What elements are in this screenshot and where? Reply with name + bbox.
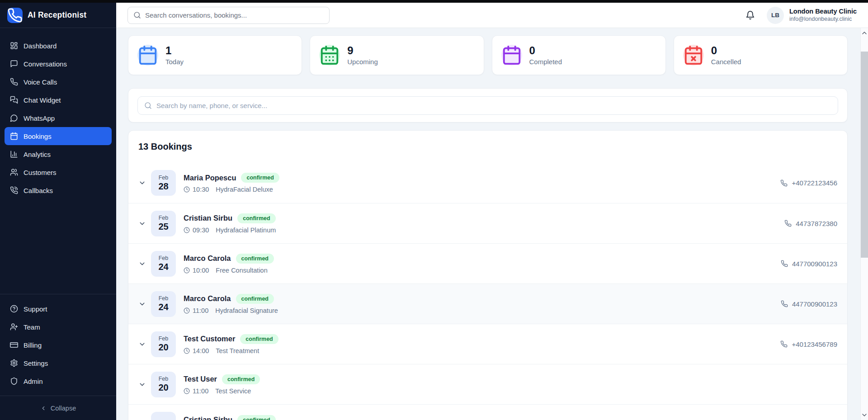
stat-card-today: 1 Today xyxy=(128,35,302,75)
sidebar-item-callbacks[interactable]: Callbacks xyxy=(5,181,112,199)
phone-icon xyxy=(781,260,788,267)
scrollbar[interactable] xyxy=(860,28,868,420)
booking-row[interactable]: Feb 25 Cristian Sirbu confirmed 09:30 xyxy=(128,203,847,243)
calendar-icon xyxy=(501,45,522,66)
bell-icon[interactable] xyxy=(745,10,755,20)
sidebar-spacer xyxy=(0,199,116,294)
dashboard-icon xyxy=(10,42,18,50)
booking-subline: 10:00 Free Consultation xyxy=(184,267,274,274)
clock-icon xyxy=(184,348,190,354)
booking-row[interactable]: Feb 28 Maria Popescu confirmed 10:30 xyxy=(128,163,847,203)
booking-row[interactable]: Feb 20 Test Customer confirmed 14:00 xyxy=(128,324,847,364)
account-name: London Beauty Clinic xyxy=(789,7,857,16)
booking-service: Hydrafacial Platinum xyxy=(216,227,276,234)
search-icon xyxy=(133,11,141,19)
booking-status-badge: confirmed xyxy=(237,415,275,420)
sidebar-item-label: Conversations xyxy=(24,60,67,68)
booking-status-badge: confirmed xyxy=(240,334,278,344)
sidebar-item-team[interactable]: Team xyxy=(5,318,112,336)
booking-phone-number: 44737872380 xyxy=(796,220,837,227)
bookings-card: 13 Bookings Feb 28 Maria Popescu confirm… xyxy=(128,130,848,420)
phone-call-icon xyxy=(10,186,18,194)
sidebar: AI Receptionist Dashboard Conversations … xyxy=(0,0,116,420)
sidebar-item-voice-calls[interactable]: Voice Calls xyxy=(5,73,112,91)
bookings-list: Feb 28 Maria Popescu confirmed 10:30 xyxy=(128,163,847,420)
sidebar-item-label: Admin xyxy=(24,378,43,385)
phone-icon xyxy=(7,8,23,23)
sidebar-item-dashboard[interactable]: Dashboard xyxy=(5,37,112,55)
message-square-icon xyxy=(10,60,18,68)
phone-icon xyxy=(781,300,788,307)
sidebar-item-conversations[interactable]: Conversations xyxy=(5,55,112,73)
sidebar-item-whatsapp[interactable]: WhatsApp xyxy=(5,109,112,127)
booking-subline: 14:00 Test Treatment xyxy=(184,347,278,354)
booking-status-badge: confirmed xyxy=(222,374,260,384)
booking-phone: 447700900123 xyxy=(781,300,837,308)
sidebar-item-label: Chat Widget xyxy=(24,96,61,104)
booking-subline: 11:00 Hydrafacial Signature xyxy=(184,307,278,314)
user-menu[interactable]: LB London Beauty Clinic info@londonbeaut… xyxy=(767,7,857,24)
booking-customer-name: Cristian Sirbu xyxy=(184,214,232,222)
global-search[interactable] xyxy=(127,7,330,24)
booking-month: Feb xyxy=(159,215,169,221)
booking-phone-number: +40722123456 xyxy=(792,179,837,187)
users-icon xyxy=(10,168,18,176)
help-circle-icon xyxy=(10,305,18,313)
stat-value: 9 xyxy=(347,45,378,56)
bookings-search[interactable] xyxy=(137,96,838,115)
chevron-down-icon[interactable] xyxy=(138,179,146,187)
app-title: AI Receptionist xyxy=(28,10,86,20)
booking-date-badge: Feb 20 xyxy=(151,372,176,397)
sidebar-item-settings[interactable]: Settings xyxy=(5,354,112,372)
booking-time: 14:00 xyxy=(193,347,209,354)
stat-label: Cancelled xyxy=(711,58,741,66)
account-email: info@londonbeauty.clinic xyxy=(789,16,857,23)
scroll-thumb[interactable] xyxy=(861,52,868,258)
top-edge-strip xyxy=(0,0,868,3)
booking-customer-name: Test Customer xyxy=(184,335,235,343)
topbar: LB London Beauty Clinic info@londonbeaut… xyxy=(116,3,868,28)
messages-square-icon xyxy=(10,96,18,104)
phone-icon xyxy=(780,179,788,187)
calendar-x-icon xyxy=(683,45,704,66)
bookings-search-input[interactable] xyxy=(156,102,831,109)
booking-row[interactable]: Feb 20 Test User confirmed 11:00 xyxy=(128,364,847,404)
stat-label: Today xyxy=(165,58,184,66)
collapse-button[interactable]: Collapse xyxy=(0,396,116,420)
booking-time: 10:00 xyxy=(193,267,209,274)
shield-icon xyxy=(10,377,18,385)
booking-row[interactable]: Feb 24 Marco Carola confirmed 11:00 xyxy=(128,283,847,324)
topbar-right: LB London Beauty Clinic info@londonbeaut… xyxy=(745,7,857,24)
sidebar-item-bookings[interactable]: Bookings xyxy=(5,127,112,145)
booking-time: 10:30 xyxy=(193,186,209,193)
sidebar-item-label: Billing xyxy=(24,341,42,349)
booking-subline: 11:00 Test Service xyxy=(184,387,260,395)
chevron-down-icon[interactable] xyxy=(138,381,146,388)
sidebar-item-analytics[interactable]: Analytics xyxy=(5,145,112,163)
sidebar-item-chat-widget[interactable]: Chat Widget xyxy=(5,91,112,109)
chevron-down-icon[interactable] xyxy=(138,220,146,227)
booking-row[interactable]: Feb 24 Marco Carola confirmed 10:00 xyxy=(128,243,847,283)
chevron-down-icon[interactable] xyxy=(138,340,146,348)
sidebar-item-label: Dashboard xyxy=(24,42,57,50)
chevron-down-icon[interactable] xyxy=(138,300,146,308)
sidebar-item-admin[interactable]: Admin xyxy=(5,372,112,390)
booking-row[interactable]: Feb Cristian Sirbu confirmed xyxy=(128,404,847,420)
scroll-down-arrow[interactable] xyxy=(861,411,868,419)
global-search-input[interactable] xyxy=(145,11,324,19)
clock-icon xyxy=(184,267,190,274)
scroll-up-arrow[interactable] xyxy=(861,29,868,37)
stat-value: 0 xyxy=(529,45,562,56)
booking-service: HydraFacial Deluxe xyxy=(216,186,273,193)
booking-customer-name: Test User xyxy=(184,375,217,383)
sidebar-item-customers[interactable]: Customers xyxy=(5,163,112,181)
sidebar-item-billing[interactable]: Billing xyxy=(5,336,112,354)
booking-day: 25 xyxy=(158,222,168,232)
booking-customer-name: Marco Carola xyxy=(184,254,231,263)
chevron-down-icon[interactable] xyxy=(138,260,146,268)
booking-service: Hydrafacial Signature xyxy=(215,307,278,314)
sidebar-item-label: Callbacks xyxy=(24,187,53,194)
sidebar-item-support[interactable]: Support xyxy=(5,300,112,318)
booking-date-badge: Feb 24 xyxy=(151,291,176,317)
booking-service: Test Service xyxy=(215,387,251,395)
